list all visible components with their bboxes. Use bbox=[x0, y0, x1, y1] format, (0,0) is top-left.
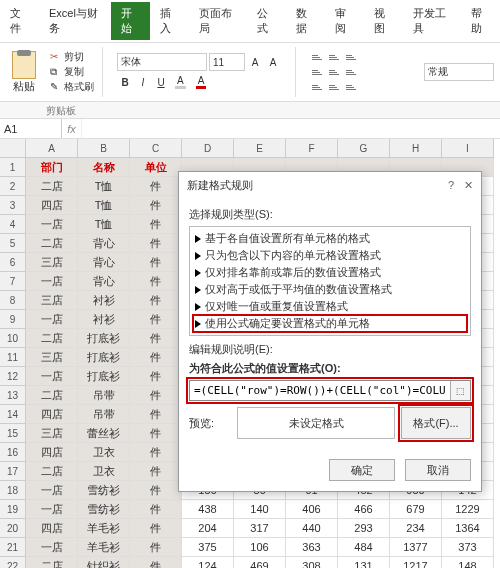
close-icon[interactable]: ✕ bbox=[464, 179, 473, 192]
menu-item-1[interactable]: Excel与财务 bbox=[39, 2, 111, 40]
range-picker-button[interactable]: ⬚ bbox=[450, 381, 470, 400]
cell[interactable]: 二店 bbox=[26, 386, 78, 405]
align-button-6[interactable] bbox=[310, 80, 326, 94]
align-button-1[interactable] bbox=[327, 50, 343, 64]
cell[interactable]: 打底衫 bbox=[78, 348, 130, 367]
menu-item-9[interactable]: 开发工具 bbox=[403, 2, 461, 40]
cell[interactable]: 363 bbox=[286, 538, 338, 557]
col-header-G[interactable]: G bbox=[338, 139, 390, 158]
row-header[interactable]: 12 bbox=[0, 367, 26, 386]
cell[interactable]: 三店 bbox=[26, 348, 78, 367]
select-all-cell[interactable] bbox=[0, 139, 26, 158]
cell[interactable]: 1364 bbox=[442, 519, 494, 538]
cell[interactable]: T恤 bbox=[78, 215, 130, 234]
cell[interactable]: 二店 bbox=[26, 177, 78, 196]
menu-item-6[interactable]: 数据 bbox=[286, 2, 325, 40]
cell[interactable]: 1217 bbox=[390, 557, 442, 568]
cell[interactable]: 蕾丝衫 bbox=[78, 424, 130, 443]
cell[interactable]: 件 bbox=[130, 386, 182, 405]
cell[interactable]: 1377 bbox=[390, 538, 442, 557]
format-button[interactable]: 格式(F)... bbox=[401, 407, 471, 439]
cell[interactable]: 234 bbox=[390, 519, 442, 538]
col-header-C[interactable]: C bbox=[130, 139, 182, 158]
cell[interactable]: 件 bbox=[130, 443, 182, 462]
font-color-button[interactable]: A bbox=[192, 73, 211, 91]
cell[interactable]: 件 bbox=[130, 424, 182, 443]
cell[interactable]: 204 bbox=[182, 519, 234, 538]
row-header[interactable]: 9 bbox=[0, 310, 26, 329]
cell[interactable]: 件 bbox=[130, 481, 182, 500]
col-header-H[interactable]: H bbox=[390, 139, 442, 158]
rule-formula-input[interactable] bbox=[190, 381, 450, 400]
cell[interactable]: 件 bbox=[130, 519, 182, 538]
cell[interactable]: 四店 bbox=[26, 405, 78, 424]
cell[interactable]: 件 bbox=[130, 462, 182, 481]
font-size-select[interactable]: 11 bbox=[209, 53, 245, 71]
row-header[interactable]: 16 bbox=[0, 443, 26, 462]
cell[interactable]: 131 bbox=[338, 557, 390, 568]
cell[interactable]: 406 bbox=[286, 500, 338, 519]
row-header[interactable]: 21 bbox=[0, 538, 26, 557]
format-painter-button[interactable]: ✎格式刷 bbox=[50, 80, 94, 94]
cell[interactable]: 件 bbox=[130, 291, 182, 310]
cell[interactable]: 件 bbox=[130, 310, 182, 329]
align-button-7[interactable] bbox=[327, 80, 343, 94]
menu-item-7[interactable]: 审阅 bbox=[325, 2, 364, 40]
cell[interactable]: 373 bbox=[442, 538, 494, 557]
col-header-F[interactable]: F bbox=[286, 139, 338, 158]
menu-item-8[interactable]: 视图 bbox=[364, 2, 403, 40]
cell[interactable]: 打底衫 bbox=[78, 367, 130, 386]
decrease-font-button[interactable]: A bbox=[265, 53, 281, 71]
row-header[interactable]: 3 bbox=[0, 196, 26, 215]
cell[interactable]: 四店 bbox=[26, 519, 78, 538]
cell[interactable]: 件 bbox=[130, 500, 182, 519]
row-header[interactable]: 6 bbox=[0, 253, 26, 272]
col-header-B[interactable]: B bbox=[78, 139, 130, 158]
cell[interactable]: 375 bbox=[182, 538, 234, 557]
cell[interactable]: 440 bbox=[286, 519, 338, 538]
cell[interactable]: 466 bbox=[338, 500, 390, 519]
cell[interactable]: 部门 bbox=[26, 158, 78, 177]
cell[interactable]: 雪纺衫 bbox=[78, 481, 130, 500]
cell[interactable]: 吊带 bbox=[78, 405, 130, 424]
cell[interactable]: 469 bbox=[234, 557, 286, 568]
cell[interactable]: 438 bbox=[182, 500, 234, 519]
rule-type-option[interactable]: 只为包含以下内容的单元格设置格式 bbox=[193, 247, 467, 264]
cell[interactable]: 四店 bbox=[26, 196, 78, 215]
cell[interactable]: 名称 bbox=[78, 158, 130, 177]
cell[interactable]: 件 bbox=[130, 405, 182, 424]
rule-type-option[interactable]: 基于各自值设置所有单元格的格式 bbox=[193, 230, 467, 247]
menu-item-10[interactable]: 帮助 bbox=[461, 2, 500, 40]
row-header[interactable]: 2 bbox=[0, 177, 26, 196]
cell[interactable]: 一店 bbox=[26, 310, 78, 329]
font-u-button[interactable]: U bbox=[153, 73, 169, 91]
cell[interactable]: 140 bbox=[234, 500, 286, 519]
cell[interactable]: 三店 bbox=[26, 424, 78, 443]
cell[interactable]: 一店 bbox=[26, 215, 78, 234]
increase-font-button[interactable]: A bbox=[247, 53, 263, 71]
cell[interactable]: 背心 bbox=[78, 272, 130, 291]
cell[interactable]: 484 bbox=[338, 538, 390, 557]
rule-type-option[interactable]: 使用公式确定要设置格式的单元格 bbox=[193, 315, 467, 332]
cell[interactable]: 件 bbox=[130, 253, 182, 272]
cut-button[interactable]: ✂剪切 bbox=[50, 50, 94, 64]
cell[interactable]: 背心 bbox=[78, 234, 130, 253]
cell[interactable]: 件 bbox=[130, 215, 182, 234]
fx-button[interactable]: fx bbox=[62, 119, 82, 138]
menu-item-2[interactable]: 开始 bbox=[111, 2, 150, 40]
align-button-0[interactable] bbox=[310, 50, 326, 64]
row-header[interactable]: 22 bbox=[0, 557, 26, 568]
cell[interactable]: 二店 bbox=[26, 329, 78, 348]
fill-color-button[interactable]: A bbox=[171, 73, 190, 91]
menu-item-5[interactable]: 公式 bbox=[247, 2, 286, 40]
cell[interactable]: 二店 bbox=[26, 234, 78, 253]
cell[interactable]: 一店 bbox=[26, 538, 78, 557]
col-header-E[interactable]: E bbox=[234, 139, 286, 158]
row-header[interactable]: 10 bbox=[0, 329, 26, 348]
cell[interactable]: 单位 bbox=[130, 158, 182, 177]
cell[interactable]: 317 bbox=[234, 519, 286, 538]
align-button-3[interactable] bbox=[310, 65, 326, 79]
cell[interactable]: 件 bbox=[130, 557, 182, 568]
cell[interactable]: 件 bbox=[130, 329, 182, 348]
cell[interactable]: 四店 bbox=[26, 443, 78, 462]
